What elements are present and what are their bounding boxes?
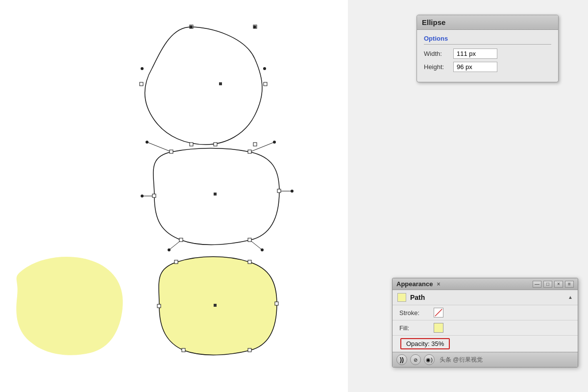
svg-rect-37 [182,348,185,352]
appearance-panel-header: Appearance × — □ × ≡ [392,278,578,290]
height-label: Height: [424,63,453,71]
svg-point-24 [168,248,171,251]
svg-rect-5 [264,82,267,86]
canvas-area [0,0,348,392]
svg-point-22 [141,195,144,197]
stroke-label: Stroke: [399,309,434,317]
svg-rect-28 [152,194,156,197]
svg-rect-6 [214,143,217,146]
svg-rect-30 [179,238,183,242]
svg-rect-36 [275,302,278,305]
yellow-blob-left [16,257,122,355]
appearance-panel-body: Path ▲ Stroke: Fill: Opacity: 35% [392,290,578,352]
svg-point-25 [261,248,264,251]
appearance-close-icon[interactable]: × [437,281,440,288]
svg-rect-29 [277,189,281,193]
svg-rect-4 [140,82,143,86]
svg-rect-38 [248,348,251,352]
svg-point-20 [146,141,148,144]
fill-label: Fill: [399,324,434,332]
svg-rect-31 [248,238,251,242]
width-label: Width: [424,50,453,57]
shapes-svg [0,0,348,392]
svg-rect-39 [214,304,217,307]
footer-icon-2[interactable]: ⊘ [410,354,421,365]
appearance-panel: Appearance × — □ × ≡ Path ▲ Stroke: [392,278,578,368]
svg-point-23 [291,190,294,193]
fill-swatch[interactable] [434,323,443,333]
svg-rect-2 [190,143,193,146]
opacity-value[interactable]: Opacity: 35% [400,338,450,349]
opacity-row: Opacity: 35% [392,336,578,352]
svg-line-19 [250,240,262,250]
footer-icon-1[interactable]: )) [396,354,407,365]
path-label: Path [410,294,425,301]
svg-rect-34 [248,260,251,264]
watermark-icon: 头条 @衍果视觉 [440,356,483,364]
path-color-swatch[interactable] [397,293,406,302]
scroll-arrows: ▲ [568,294,573,300]
ellipse-options-label: Options [424,35,551,45]
menu-button[interactable]: ≡ [565,281,574,288]
svg-rect-33 [174,260,178,264]
scroll-up-arrow[interactable]: ▲ [568,294,573,300]
stroke-swatch[interactable] [434,308,443,318]
svg-rect-7 [219,82,222,85]
appearance-title: Appearance [396,280,433,288]
close-button[interactable]: × [554,281,563,288]
appearance-panel-footer: )) ⊘ ◉) 头条 @衍果视觉 [392,352,578,367]
svg-rect-3 [253,143,257,146]
fill-row: Fill: [392,320,578,336]
stroke-row: Stroke: [392,305,578,320]
svg-line-14 [147,142,172,152]
ellipse-shape-1[interactable] [140,25,267,146]
svg-point-21 [273,141,276,144]
path-row: Path ▲ [392,290,578,305]
svg-line-40 [435,309,442,316]
ellipse-panel-title: Ellipse [417,15,558,30]
width-input[interactable] [453,49,497,59]
svg-rect-35 [157,304,161,308]
svg-rect-27 [248,150,251,153]
svg-rect-26 [170,150,173,153]
ellipse-panel: Ellipse Options Width: Height: [416,15,559,82]
minimize-button[interactable]: — [533,281,541,288]
footer-icon-3[interactable]: ◉) [424,354,435,365]
svg-rect-32 [214,193,217,196]
maximize-button[interactable]: □ [543,281,552,288]
svg-point-10 [141,67,144,70]
ellipse-shape-2[interactable] [141,141,294,251]
height-input[interactable] [453,62,497,72]
svg-point-11 [263,67,266,70]
filled-shape-right[interactable] [157,257,278,355]
